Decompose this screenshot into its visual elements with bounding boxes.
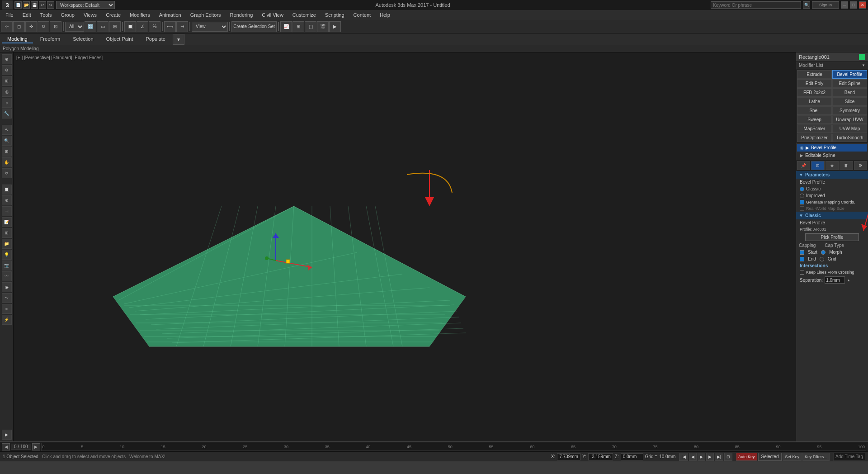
separation-input[interactable] [825,276,845,284]
menu-file[interactable]: File [1,11,18,19]
tab-freeform[interactable]: Freeform [35,35,66,43]
mod-edit-poly[interactable]: Edit Poly [797,79,832,88]
classic-radio-row[interactable]: Classic [796,185,868,192]
menu-rendering[interactable]: Rendering [226,11,258,19]
zoom-btn[interactable]: 🔍 [2,136,12,146]
close-btn[interactable]: ✕ [859,1,866,9]
classic-section-header[interactable]: ▼ Classic [796,212,868,219]
mod-slice[interactable]: Slice [832,97,867,106]
snap-3d-btn[interactable]: 🔲 [2,185,12,194]
new-file-btn[interactable]: 📄 [14,1,22,9]
populate-menu[interactable]: ▼ [173,34,184,45]
x-value[interactable]: 7.739mm [557,453,580,460]
end-check[interactable] [800,257,804,261]
stack-item-bevel-profile[interactable]: ◉ ▶ Bevel Profile [797,144,867,152]
start-check[interactable] [800,250,804,255]
display-panel-btn[interactable]: ☼ [2,98,12,108]
menu-help[interactable]: Help [375,11,395,19]
move-tool[interactable]: ✛ [25,21,37,32]
mod-shell[interactable]: Shell [797,106,832,115]
menu-create[interactable]: Create [101,11,125,19]
angle-snap[interactable]: ∠ [137,21,148,32]
viewport[interactable]: [+ ] [Perspective] [Standard] [Edged Fac… [14,52,796,441]
utilities-panel-btn[interactable]: 🔧 [2,109,12,118]
view-dropdown[interactable]: View [192,22,228,32]
select-obj-btn[interactable]: ↖ [2,125,12,135]
sep-spinner-up[interactable]: ▲ [847,278,850,282]
playback-btn[interactable]: ▶ [2,430,12,440]
select-by-name[interactable]: 🔡 [85,21,96,32]
classic-radio[interactable] [800,187,804,191]
auto-key-btn[interactable]: Auto Key [736,453,757,461]
save-btn[interactable]: 💾 [31,1,38,9]
snaps-toggle[interactable]: 🔲 [124,21,136,32]
search-input[interactable] [711,1,801,9]
menu-scripting[interactable]: Scripting [321,11,349,19]
open-file-btn[interactable]: 📂 [23,1,30,9]
tab-selection[interactable]: Selection [67,35,99,43]
select-tool[interactable]: ⊹ [1,21,13,32]
light-btn[interactable]: 💡 [2,250,12,260]
tab-modeling[interactable]: Modeling [2,35,33,43]
notes-btn[interactable]: 📝 [2,217,12,227]
mod-unwrap-uvw[interactable]: Unwrap UVW [832,115,867,124]
select-filter[interactable]: All [65,22,84,32]
align-tool[interactable]: ⊣ [176,21,188,32]
space-warps-btn[interactable]: 〰 [2,271,12,281]
menu-animation[interactable]: Animation [155,11,186,19]
params-header[interactable]: ▼ Parameters [796,171,868,179]
rotate-tool[interactable]: ↻ [38,21,49,32]
tab-object-paint[interactable]: Object Paint [101,35,139,43]
layer-btn[interactable]: ⊞ [2,228,12,238]
z-value[interactable]: 0.0mm [621,453,643,460]
object-color-swatch[interactable] [859,54,865,60]
configure-btn[interactable]: ⚙ [854,161,867,170]
menu-content[interactable]: Content [349,11,376,19]
mirror-tool[interactable]: ⟺ [164,21,176,32]
maximize-btn[interactable]: □ [850,1,857,9]
mod-mapscaler[interactable]: MapScaler [797,124,832,133]
workspace-dropdown[interactable]: Workspace: Default [56,1,115,9]
mod-uvw-map[interactable]: UVW Map [832,124,867,133]
sign-in-btn[interactable]: Sign In [812,1,839,9]
tab-populate[interactable]: Populate [140,35,170,43]
tl-prev-btn[interactable]: ◀ [2,443,10,450]
go-start-btn[interactable]: |◀ [679,453,688,461]
mod-sweep[interactable]: Sweep [797,115,832,124]
align-btn-left[interactable]: ⊣ [2,206,12,216]
prev-frame-btn[interactable]: ◀ [689,453,697,461]
curve-editor[interactable]: 📈 [280,21,292,32]
key-mode-btn[interactable]: ⊡ [724,453,732,461]
scale-tool[interactable]: ⊡ [50,21,61,32]
tl-next-btn[interactable]: ▶ [32,443,40,450]
menu-modifiers[interactable]: Modifiers [125,11,155,19]
pin-stack-btn[interactable]: 📌 [797,161,810,170]
gen-mapping-row[interactable]: Generate Mapping Coords. [796,199,868,205]
rect-select[interactable]: ▭ [97,21,108,32]
spinner-btn[interactable]: ⊛ [2,195,12,205]
mod-bend[interactable]: Bend [832,88,867,97]
material-editor[interactable]: ⬚ [305,21,316,32]
mod-symmetry[interactable]: Symmetry [832,106,867,115]
stack-item-eye[interactable]: ◉ [800,145,804,150]
modifier-list-arrow[interactable]: ▼ [862,63,865,67]
create-panel-btn[interactable]: ⊕ [2,54,12,64]
mod-extrude[interactable]: Extrude [797,70,832,79]
gen-mapping-check[interactable] [800,200,804,204]
pan-btn[interactable]: ✋ [2,157,12,167]
mod-edit-spline[interactable]: Edit Spline [832,79,867,88]
keep-lines-check[interactable] [800,270,804,275]
hierarchy-panel-btn[interactable]: ⊞ [2,76,12,86]
cloth-btn[interactable]: ≈ [2,304,12,314]
y-value[interactable]: -3.159mm [588,453,613,460]
remove-modifier-btn[interactable]: 🗑 [840,161,853,170]
pick-profile-btn[interactable]: Pick Profile [805,233,859,241]
make-unique-btn[interactable]: ◈ [826,161,839,170]
camera-btn[interactable]: 📷 [2,261,12,270]
render-btn[interactable]: ▶ [329,21,341,32]
render-setup[interactable]: 🎬 [317,21,329,32]
timeline-ruler[interactable]: 0 5 10 15 20 25 30 35 40 45 50 55 60 65 … [41,443,866,451]
orbit-btn[interactable]: ↻ [2,168,12,178]
improved-radio[interactable] [800,194,804,198]
undo-btn[interactable]: ↩ [39,1,46,9]
